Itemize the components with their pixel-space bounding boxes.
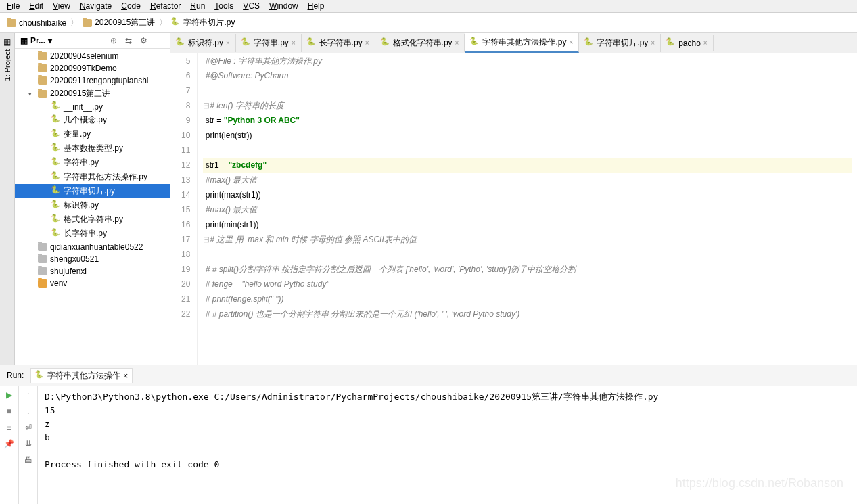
tree-item-8[interactable]: 字符串.py [15, 156, 170, 170]
up-icon[interactable]: ↑ [26, 390, 30, 400]
side-tab-bar: ▦ 1: Project [0, 33, 15, 365]
code-line-12[interactable]: str1 = "zbcdefg" [203, 158, 852, 173]
breadcrumb-sep: 〉 [70, 17, 78, 28]
code-line-10[interactable]: print(len(str)) [203, 128, 852, 143]
close-icon[interactable]: × [226, 39, 230, 47]
wrap-icon[interactable]: ⏎ [25, 423, 32, 432]
editor-tab-6[interactable]: pacho× [661, 35, 714, 51]
tree-item-7[interactable]: 基本数据类型.py [15, 141, 170, 156]
code-lines[interactable]: #@File : 字符串其他方法操作.py #@Software: PyChar… [198, 53, 857, 365]
menu-window[interactable]: Window [269, 1, 298, 11]
code-line-5[interactable]: #@File : 字符串其他方法操作.py [203, 53, 852, 68]
scroll-icon[interactable]: ⇊ [25, 439, 32, 449]
run-output[interactable]: D:\Python3\Python3.8\python.exe C:/Users… [38, 386, 857, 504]
menu-file[interactable]: File [7, 1, 20, 11]
expand-icon[interactable]: ▾ [28, 91, 35, 97]
gear-icon[interactable]: ⚙ [140, 36, 149, 45]
hide-icon[interactable]: — [155, 36, 164, 45]
menu-vcs[interactable]: VCS [243, 1, 260, 11]
editor-tab-3[interactable]: 格式化字符串.py× [375, 34, 465, 52]
code-line-13[interactable]: #max() 最大值 [203, 173, 852, 187]
editor-tab-4[interactable]: 字符串其他方法操作.py× [465, 33, 579, 53]
project-tool-label[interactable]: 1: Project [3, 47, 11, 83]
code-line-17[interactable]: ⊟# 这里 用 max 和 min 时候 字母的值 参照 ASCII表中的值 [203, 232, 852, 247]
collapse-icon[interactable]: ⇆ [125, 36, 135, 45]
tree-item-9[interactable]: 字符串其他方法操作.py [15, 170, 170, 184]
menu-view[interactable]: View [53, 1, 70, 11]
tree-item-15[interactable]: shengxu0521 [15, 253, 170, 265]
tree-item-10[interactable]: 字符串切片.py [15, 184, 170, 198]
python-icon [51, 102, 61, 112]
menu-edit[interactable]: Edit [29, 1, 43, 11]
tree-item-13[interactable]: 长字符串.py [15, 227, 170, 241]
rerun-icon[interactable]: ▶ [6, 390, 12, 400]
tree-item-12[interactable]: 格式化字符串.py [15, 212, 170, 227]
code-line-18[interactable] [203, 247, 852, 262]
sidebar-header: ▦ Pr... ▾ ⊕ ⇆ ⚙ — [15, 33, 170, 49]
tree-item-1[interactable]: 20200909TkDemo [15, 62, 170, 74]
editor-tab-2[interactable]: 长字符串.py× [302, 34, 375, 52]
menu-tools[interactable]: Tools [214, 1, 233, 11]
code-line-14[interactable]: print(max(str1)) [203, 187, 852, 202]
project-sidebar: ▦ Pr... ▾ ⊕ ⇆ ⚙ — 20200904selenium202009… [15, 33, 170, 365]
close-icon[interactable]: × [365, 39, 369, 47]
tree-item-14[interactable]: qidianxuanhuantable0522 [15, 241, 170, 253]
run-tab[interactable]: 字符串其他方法操作 × [30, 368, 133, 383]
menu-refactor[interactable]: Refactor [150, 1, 181, 11]
close-icon[interactable]: × [569, 39, 573, 46]
close-icon[interactable]: × [292, 39, 296, 47]
tree-item-17[interactable]: venv [15, 277, 170, 290]
editor-tabs: 标识符.py×字符串.py×长字符串.py×格式化字符串.py×字符串其他方法操… [170, 33, 857, 53]
python-icon [51, 158, 61, 168]
locate-icon[interactable]: ⊕ [110, 36, 120, 45]
pin-icon[interactable]: 📌 [4, 439, 14, 449]
code-line-8[interactable]: ⊟# len() 字符串的长度 [203, 98, 852, 113]
tree-item-label: 长字符串.py [64, 228, 107, 239]
breadcrumb-mid[interactable]: 20200915第三讲 [83, 17, 155, 28]
menu-run[interactable]: Run [190, 1, 205, 11]
menu-help[interactable]: Help [308, 1, 325, 11]
code-line-16[interactable]: print(min(str1)) [203, 217, 852, 232]
project-tool-icon[interactable]: ▦ [3, 37, 11, 47]
editor-tab-0[interactable]: 标识符.py× [170, 34, 236, 52]
tree-item-16[interactable]: shujufenxi [15, 265, 170, 277]
python-icon [51, 173, 61, 182]
close-icon[interactable]: × [123, 371, 128, 381]
tree-item-0[interactable]: 20200904selenium [15, 50, 170, 62]
editor-tab-1[interactable]: 字符串.py× [236, 34, 302, 52]
tree-item-3[interactable]: ▾20200915第三讲 [15, 87, 170, 101]
breadcrumb-root[interactable]: choushibaike [7, 18, 66, 28]
breadcrumb-file[interactable]: 字符串切片.py [171, 17, 235, 28]
code-line-7[interactable] [203, 83, 852, 98]
code-line-9[interactable]: str = "Python 3 OR ABC" [203, 113, 852, 128]
code-line-6[interactable]: #@Software: PyCharm [203, 68, 852, 83]
stop-icon[interactable]: ■ [7, 407, 11, 416]
tree-item-label: 几个概念.py [64, 114, 107, 126]
code-line-21[interactable]: # print(fenge.split(" ")) [203, 292, 852, 306]
close-icon[interactable]: × [651, 39, 655, 47]
menu-navigate[interactable]: Navigate [80, 1, 112, 11]
code-editor[interactable]: 5678910111213141516171819202122 #@File :… [170, 53, 857, 365]
code-line-22[interactable]: # # partition() 也是一个分割字符串 分割出来的是一个元组 ('h… [203, 306, 852, 321]
python-icon [51, 144, 61, 154]
tree-item-5[interactable]: 几个概念.py [15, 113, 170, 127]
tree-item-4[interactable]: __init__.py [15, 101, 170, 113]
code-line-20[interactable]: # fenge = "hello word Pytho study" [203, 277, 852, 292]
code-line-15[interactable]: #max() 最大值 [203, 202, 852, 217]
sidebar-title[interactable]: ▦ Pr... ▾ [20, 36, 105, 45]
close-icon[interactable]: × [455, 39, 459, 47]
layout-icon[interactable]: ≡ [7, 423, 11, 432]
tree-item-2[interactable]: 20200911rengongtupianshi [15, 74, 170, 87]
print-icon[interactable]: 🖶 [24, 455, 32, 465]
python-icon [666, 39, 676, 48]
close-icon[interactable]: × [703, 39, 708, 47]
menu-code[interactable]: Code [121, 1, 141, 11]
editor-tab-5[interactable]: 字符串切片.py× [579, 34, 661, 52]
code-line-11[interactable] [203, 143, 852, 158]
tree-item-11[interactable]: 标识符.py [15, 198, 170, 212]
project-tree[interactable]: 20200904selenium20200909TkDemo20200911re… [15, 49, 170, 365]
python-icon [35, 371, 45, 381]
down-icon[interactable]: ↓ [26, 407, 30, 416]
tree-item-6[interactable]: 变量.py [15, 127, 170, 141]
code-line-19[interactable]: # # split()分割字符串 按指定字符分割之后返回一个列表 ['hello… [203, 262, 852, 277]
